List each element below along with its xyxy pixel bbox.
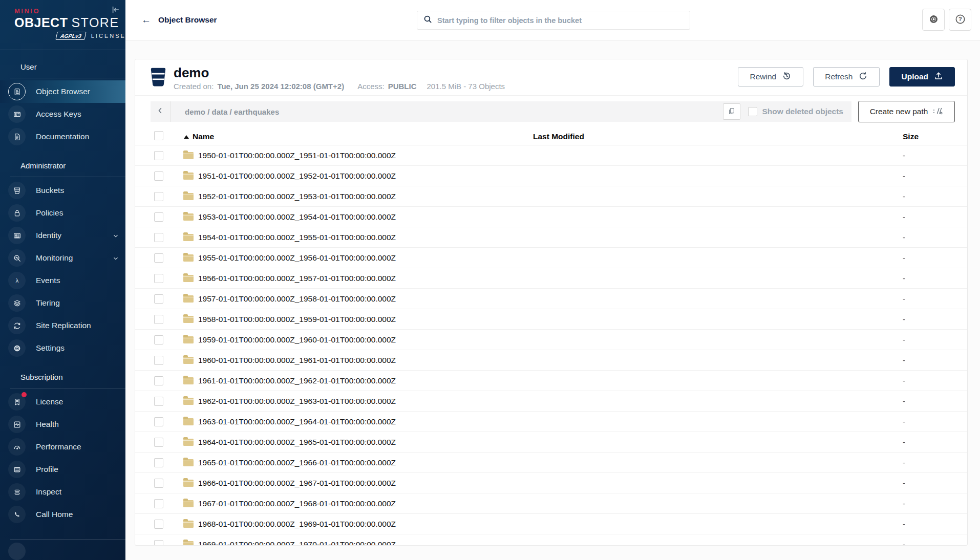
folder-icon <box>183 521 194 528</box>
breadcrumb[interactable]: demo / data / earthquakes <box>185 107 279 116</box>
sidebar-item-monitoring[interactable]: Monitoring <box>0 247 125 269</box>
sidebar-item-label: Tiering <box>36 298 60 308</box>
row-checkbox[interactable] <box>154 540 163 546</box>
row-checkbox[interactable] <box>154 233 163 242</box>
bucket-header: demo Created on: Tue, Jun 25 2024 12:02:… <box>135 59 967 96</box>
access-value: PUBLIC <box>388 82 417 91</box>
help-icon: ? <box>955 14 966 26</box>
sidebar-item-access-keys[interactable]: Access Keys <box>0 103 125 125</box>
copy-path-button[interactable] <box>723 103 740 120</box>
table-row[interactable]: 1954-01-01T00:00:00.000Z_1955-01-01T00:0… <box>135 227 967 248</box>
object-name: 1957-01-01T00:00:00.000Z_1958-01-01T00:0… <box>198 294 396 304</box>
sidebar-item-inspect[interactable]: Inspect <box>0 481 125 503</box>
table-row[interactable]: 1965-01-01T00:00:00.000Z_1966-01-01T00:0… <box>135 453 967 473</box>
table-row[interactable]: 1957-01-01T00:00:00.000Z_1958-01-01T00:0… <box>135 289 967 309</box>
row-checkbox[interactable] <box>154 397 163 406</box>
svg-text:λ: λ <box>15 277 18 284</box>
row-checkbox[interactable] <box>154 315 163 324</box>
table-row[interactable]: 1952-01-01T00:00:00.000Z_1953-01-01T00:0… <box>135 186 967 207</box>
row-checkbox[interactable] <box>154 520 163 529</box>
row-checkbox[interactable] <box>154 253 163 263</box>
sidebar-item-health[interactable]: Health <box>0 413 125 436</box>
buckets-icon <box>8 182 26 199</box>
table-row[interactable]: 1950-01-01T00:00:00.000Z_1951-01-01T00:0… <box>135 145 967 166</box>
sidebar-collapse-button[interactable] <box>109 4 121 16</box>
folder-icon <box>183 234 194 241</box>
settings-button[interactable] <box>922 9 945 31</box>
sidebar-item-tiering[interactable]: Tiering <box>0 292 125 314</box>
sidebar-item-object-browser[interactable]: Object Browser <box>0 80 125 103</box>
row-checkbox[interactable] <box>154 356 163 365</box>
folder-icon <box>183 398 194 405</box>
object-size: - <box>903 499 967 508</box>
back-navigation[interactable]: ← Object Browser <box>141 14 217 26</box>
rewind-button[interactable]: Rewind <box>738 67 803 87</box>
section-title: Administrator <box>10 161 125 177</box>
events-icon: λ <box>8 272 26 289</box>
row-checkbox[interactable] <box>154 376 163 385</box>
sidebar-item-performance[interactable]: Performance <box>0 436 125 458</box>
rewind-icon <box>776 71 792 83</box>
sidebar-item-label: Health <box>36 420 59 429</box>
object-size: - <box>903 376 967 385</box>
search-input[interactable] <box>437 16 684 25</box>
sidebar-item-events[interactable]: λEvents <box>0 269 125 292</box>
help-button[interactable]: ? <box>949 9 971 31</box>
upload-button[interactable]: Upload <box>889 67 955 87</box>
row-checkbox[interactable] <box>154 212 163 222</box>
table-row[interactable]: 1969-01-01T00:00:00.000Z_1970-01-01T00:0… <box>135 534 967 546</box>
table-row[interactable]: 1953-01-01T00:00:00.000Z_1954-01-01T00:0… <box>135 207 967 227</box>
table-row[interactable]: 1956-01-01T00:00:00.000Z_1957-01-01T00:0… <box>135 268 967 289</box>
main-area: ← Object Browser ? <box>125 0 980 560</box>
row-checkbox[interactable] <box>154 151 163 160</box>
sidebar-item-identity[interactable]: Identity <box>0 224 125 247</box>
create-new-path-button[interactable]: Create new path <box>858 101 955 122</box>
breadcrumb-back-button[interactable] <box>151 101 171 122</box>
refresh-button[interactable]: Refresh <box>813 67 880 87</box>
folder-icon <box>183 193 194 200</box>
table-row[interactable]: 1960-01-01T00:00:00.000Z_1961-01-01T00:0… <box>135 350 967 371</box>
table-row[interactable]: 1968-01-01T00:00:00.000Z_1969-01-01T00:0… <box>135 514 967 534</box>
search-box <box>417 11 690 30</box>
table-row[interactable]: 1966-01-01T00:00:00.000Z_1967-01-01T00:0… <box>135 473 967 493</box>
sidebar-item-documentation[interactable]: Documentation <box>0 125 125 148</box>
select-all-checkbox[interactable] <box>154 131 163 140</box>
row-checkbox[interactable] <box>154 417 163 426</box>
object-name: 1965-01-01T00:00:00.000Z_1966-01-01T00:0… <box>198 458 396 467</box>
table-row[interactable]: 1961-01-01T00:00:00.000Z_1962-01-01T00:0… <box>135 371 967 391</box>
bucket-meta: Created on: Tue, Jun 25 2024 12:02:08 (G… <box>174 82 505 91</box>
object-name: 1952-01-01T00:00:00.000Z_1953-01-01T00:0… <box>198 192 396 201</box>
page-background: demo Created on: Tue, Jun 25 2024 12:02:… <box>125 40 980 560</box>
object-size: - <box>903 479 967 487</box>
table-row[interactable]: 1963-01-01T00:00:00.000Z_1964-01-01T00:0… <box>135 412 967 432</box>
sidebar-item-call-home[interactable]: Call Home <box>0 503 125 526</box>
object-name: 1954-01-01T00:00:00.000Z_1955-01-01T00:0… <box>198 233 396 242</box>
sidebar-item-buckets[interactable]: Buckets <box>0 179 125 202</box>
table-row[interactable]: 1964-01-01T00:00:00.000Z_1965-01-01T00:0… <box>135 432 967 453</box>
sidebar-item-license[interactable]: License <box>0 391 125 413</box>
sidebar-item-profile[interactable]: Profile <box>0 458 125 481</box>
created-label: Created on: <box>174 82 214 91</box>
table-row[interactable]: 1962-01-01T00:00:00.000Z_1963-01-01T00:0… <box>135 391 967 412</box>
section-title: Subscription <box>10 373 125 388</box>
row-checkbox[interactable] <box>154 499 163 508</box>
table-row[interactable]: 1967-01-01T00:00:00.000Z_1968-01-01T00:0… <box>135 493 967 514</box>
sidebar-item-policies[interactable]: Policies <box>0 202 125 224</box>
sidebar-item-site-replication[interactable]: Site Replication <box>0 314 125 337</box>
row-checkbox[interactable] <box>154 171 163 181</box>
object-name: 1966-01-01T00:00:00.000Z_1967-01-01T00:0… <box>198 479 396 488</box>
row-checkbox[interactable] <box>154 458 163 467</box>
table-row[interactable]: 1955-01-01T00:00:00.000Z_1956-01-01T00:0… <box>135 248 967 268</box>
sidebar-item-settings[interactable]: Settings <box>0 337 125 359</box>
row-checkbox[interactable] <box>154 335 163 344</box>
row-checkbox[interactable] <box>154 274 163 283</box>
row-checkbox[interactable] <box>154 294 163 304</box>
table-row[interactable]: 1958-01-01T00:00:00.000Z_1959-01-01T00:0… <box>135 309 967 330</box>
table-row[interactable]: 1951-01-01T00:00:00.000Z_1952-01-01T00:0… <box>135 166 967 186</box>
row-checkbox[interactable] <box>154 438 163 447</box>
show-deleted-checkbox[interactable] <box>748 107 757 116</box>
column-header-name[interactable]: Name <box>164 132 533 141</box>
row-checkbox[interactable] <box>154 192 163 201</box>
row-checkbox[interactable] <box>154 479 163 488</box>
table-row[interactable]: 1959-01-01T00:00:00.000Z_1960-01-01T00:0… <box>135 330 967 350</box>
